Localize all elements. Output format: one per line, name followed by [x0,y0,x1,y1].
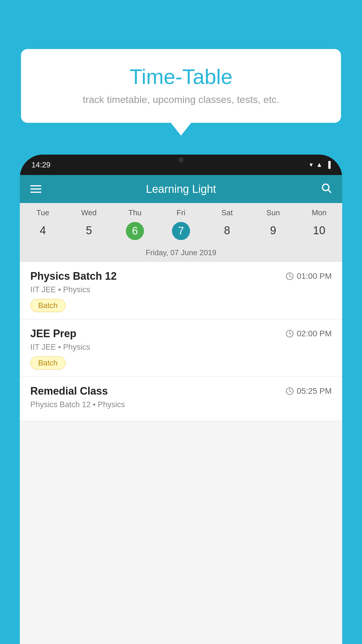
calendar-strip: Tue Wed Thu Fri Sat Sun Mon 4 5 6 7 8 9 … [20,203,342,262]
hamburger-menu-button[interactable] [30,185,41,193]
notch [164,155,198,165]
camera-dot [178,157,184,162]
status-bar: 14:29 ▾ ▲ ▐ [20,155,342,175]
day-tue[interactable]: Tue [20,208,66,217]
class-name-1: Physics Batch 12 [30,270,117,282]
day-wed[interactable]: Wed [66,208,112,217]
class-name-3: Remedial Class [30,385,108,397]
day-mon[interactable]: Mon [296,208,342,217]
clock-icon-2 [286,330,294,338]
wifi-icon: ▾ [310,161,313,169]
date-9[interactable]: 9 [250,222,296,240]
date-10[interactable]: 10 [296,222,342,240]
app-header: Learning Light [20,175,342,203]
clock-icon-1 [286,272,294,280]
class-name-2: JEE Prep [30,328,76,340]
schedule-item-1[interactable]: Physics Batch 12 01:00 PM IIT JEE • Phys… [20,262,342,319]
clock-icon-3 [286,387,294,395]
class-meta-2: IIT JEE • Physics [30,343,332,352]
selected-date-label: Friday, 07 June 2019 [20,245,342,262]
class-time-1: 01:00 PM [286,272,332,281]
date-8[interactable]: 8 [204,222,250,240]
schedule-item-3-header: Remedial Class 05:25 PM [30,385,332,397]
phone-frame: 14:29 ▾ ▲ ▐ Learning Light [20,155,342,644]
day-numbers: 4 5 6 7 8 9 10 [20,220,342,245]
date-4[interactable]: 4 [20,222,66,240]
date-5[interactable]: 5 [66,222,112,240]
day-sat[interactable]: Sat [204,208,250,217]
status-icons: ▾ ▲ ▐ [310,161,331,169]
day-sun[interactable]: Sun [250,208,296,217]
day-fri[interactable]: Fri [158,208,204,217]
schedule-item-3[interactable]: Remedial Class 05:25 PM Physics Batch 12… [20,377,342,421]
time-text-3: 05:25 PM [297,386,332,396]
class-meta-1: IIT JEE • Physics [30,285,332,294]
schedule-item-2-header: JEE Prep 02:00 PM [30,328,332,340]
class-time-3: 05:25 PM [286,386,332,396]
day-thu[interactable]: Thu [112,208,158,217]
app-title: Learning Light [146,183,216,195]
batch-badge-2: Batch [30,356,66,370]
date-6-today[interactable]: 6 [126,222,144,240]
signal-icon: ▲ [316,161,323,169]
time-text-2: 02:00 PM [297,329,332,338]
schedule-item-1-header: Physics Batch 12 01:00 PM [30,270,332,282]
schedule-list: Physics Batch 12 01:00 PM IIT JEE • Phys… [20,262,342,421]
schedule-item-2[interactable]: JEE Prep 02:00 PM IIT JEE • Physics Batc… [20,319,342,377]
search-button[interactable] [321,182,332,196]
batch-badge-1: Batch [30,299,66,312]
bubble-subtitle: track timetable, upcoming classes, tests… [38,94,324,105]
app-screen: Learning Light Tue Wed Thu Fri Sat Sun M… [20,175,342,644]
class-time-2: 02:00 PM [286,329,332,338]
bubble-title: Time-Table [38,65,324,89]
class-meta-3: Physics Batch 12 • Physics [30,400,332,409]
speech-bubble: Time-Table track timetable, upcoming cla… [21,49,341,123]
date-7-selected[interactable]: 7 [172,222,190,240]
day-headers: Tue Wed Thu Fri Sat Sun Mon [20,203,342,220]
svg-line-1 [328,190,331,192]
status-time: 14:29 [31,160,50,169]
battery-icon: ▐ [326,161,331,169]
time-text-1: 01:00 PM [297,272,332,281]
